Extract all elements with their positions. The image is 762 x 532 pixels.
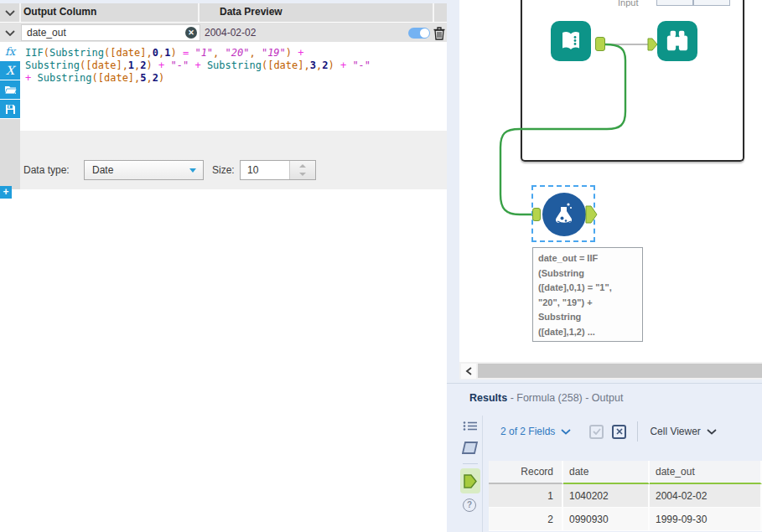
- divider: [433, 3, 434, 22]
- list-view-icon[interactable]: [463, 421, 478, 431]
- formula-code-line: Substring([date],1,2) + "-" + Substring(…: [25, 59, 447, 72]
- expression-row: date_out ✕ 2004-02-02: [0, 23, 447, 44]
- code-token: "19": [262, 47, 286, 59]
- output-column-header: Output Column: [23, 6, 96, 18]
- open-saved-expression-button[interactable]: [0, 80, 20, 99]
- save-icon: [5, 104, 16, 115]
- code-token: 2: [153, 72, 158, 84]
- table-cell[interactable]: 2004-02-02: [650, 484, 762, 508]
- output-column-input[interactable]: date_out ✕: [21, 24, 200, 41]
- code-token: ): [147, 59, 153, 71]
- size-input[interactable]: 10: [240, 160, 316, 180]
- code-token: Substring: [207, 59, 262, 71]
- code-token: ,: [249, 47, 261, 59]
- column-header-date_out[interactable]: date_out: [650, 461, 762, 484]
- code-token: 2: [140, 59, 146, 71]
- x-icon: [616, 428, 623, 435]
- alteryx-designer-window: Output Column Data Preview date_out ✕ 20…: [0, 0, 762, 532]
- formula-output-anchor[interactable]: [585, 205, 598, 224]
- variables-button[interactable]: X: [0, 61, 20, 80]
- code-token: 5: [140, 72, 146, 84]
- help-icon[interactable]: ?: [463, 498, 476, 512]
- formula-input-anchor[interactable]: [532, 208, 541, 221]
- chevron-down-icon[interactable]: [707, 429, 717, 435]
- code-token: ): [286, 47, 292, 59]
- canvas-horizontal-scrollbar[interactable]: [459, 362, 762, 380]
- cell-viewer-menu[interactable]: Cell Viewer: [650, 426, 700, 437]
- input-data-tool[interactable]: [551, 21, 591, 61]
- column-header-Record[interactable]: Record: [489, 461, 563, 484]
- deselect-fields-icon[interactable]: [612, 425, 626, 439]
- data-type-label: Data type:: [23, 164, 70, 176]
- toggle-knob: [420, 28, 429, 38]
- workflow-canvas[interactable]: Input: [459, 0, 762, 362]
- annotation-line: ([date],1,2) ...: [538, 325, 637, 340]
- browse-tool[interactable]: [657, 21, 697, 61]
- expression-footer: Data type: Date Size: 10: [20, 131, 447, 189]
- code-token: "-": [352, 59, 371, 71]
- code-token: 1: [128, 59, 134, 71]
- results-data-grid: Recorddatedate_out110402022004-02-022099…: [489, 461, 762, 531]
- code-token: +: [298, 47, 303, 59]
- formula-code-line: IIF(Substring([date],0,1) = "1", "20", "…: [25, 47, 447, 59]
- code-token: [date]: [86, 59, 122, 71]
- code-token: Substring: [49, 47, 104, 59]
- chevron-down-icon: [5, 30, 15, 36]
- table-cell[interactable]: 0990930: [563, 508, 650, 531]
- expression-grid-header: Output Column Data Preview: [0, 3, 447, 22]
- delete-expression-icon[interactable]: [433, 26, 446, 40]
- expression-enabled-toggle[interactable]: [408, 28, 430, 39]
- output-column-value: date_out: [22, 27, 185, 39]
- profile-view-icon[interactable]: [462, 441, 479, 455]
- size-value: 10: [247, 164, 258, 176]
- size-label: Size:: [212, 164, 235, 176]
- scroll-left-button[interactable]: [461, 364, 476, 379]
- results-header-row: Recorddatedate_out: [489, 461, 762, 484]
- save-expression-button[interactable]: [0, 100, 20, 118]
- collapse-expression-button[interactable]: [0, 23, 19, 44]
- expression-editor-toolbar: fx X: [0, 42, 20, 119]
- code-token: +: [194, 59, 200, 71]
- table-cell[interactable]: 2: [489, 508, 563, 531]
- data-preview-header: Data Preview: [220, 6, 283, 18]
- data-type-dropdown[interactable]: Date: [84, 160, 204, 180]
- select-fields-icon[interactable]: [589, 425, 604, 439]
- code-token: [date]: [267, 59, 303, 71]
- size-spinner[interactable]: [289, 161, 315, 179]
- data-type-value: Date: [85, 164, 189, 176]
- formula-tool[interactable]: [542, 193, 586, 236]
- annotation-line: date_out = IIF: [538, 251, 637, 266]
- code-token: ,: [213, 47, 225, 59]
- output-anchor-selector[interactable]: [460, 468, 480, 493]
- browse-binoculars-icon: [665, 29, 690, 53]
- scrollbar-thumb[interactable]: [478, 364, 762, 378]
- expression-editor[interactable]: IIF(Substring([date],0,1) = "1", "20", "…: [20, 42, 447, 131]
- annotation-line: "20", "19") +: [538, 296, 637, 311]
- code-token: [177, 47, 183, 59]
- add-expression-button[interactable]: +: [0, 186, 12, 199]
- input-tool-output-anchor[interactable]: [595, 37, 605, 51]
- table-row: 209909301999-09-30: [489, 508, 762, 531]
- chevron-down-icon[interactable]: [561, 429, 571, 435]
- table-row: 110402022004-02-02: [489, 484, 762, 508]
- chevron-down-icon: [5, 10, 15, 16]
- functions-button[interactable]: fx: [0, 42, 20, 60]
- code-token: Substring: [25, 59, 80, 71]
- code-token: ,: [122, 59, 128, 71]
- column-header-date[interactable]: date: [563, 461, 650, 484]
- table-cell[interactable]: 1040202: [563, 484, 650, 508]
- formula-code-line: + Substring([date],5,2): [25, 72, 447, 85]
- clear-field-icon[interactable]: ✕: [185, 27, 197, 39]
- code-token: "-": [171, 59, 189, 71]
- chevron-left-icon: [465, 367, 472, 375]
- table-cell[interactable]: 1999-09-30: [650, 508, 762, 531]
- divider: [637, 421, 638, 442]
- tool-annotation[interactable]: date_out = IIF(Substring([date],0,1) = "…: [532, 247, 643, 342]
- code-token: (: [92, 72, 98, 84]
- code-token: ,: [147, 47, 153, 59]
- fields-selector[interactable]: 2 of 2 Fields: [500, 426, 555, 437]
- table-cell[interactable]: 1: [489, 484, 563, 508]
- code-token: [date]: [110, 47, 146, 59]
- collapse-all-button[interactable]: [0, 3, 19, 22]
- code-token: [334, 59, 340, 71]
